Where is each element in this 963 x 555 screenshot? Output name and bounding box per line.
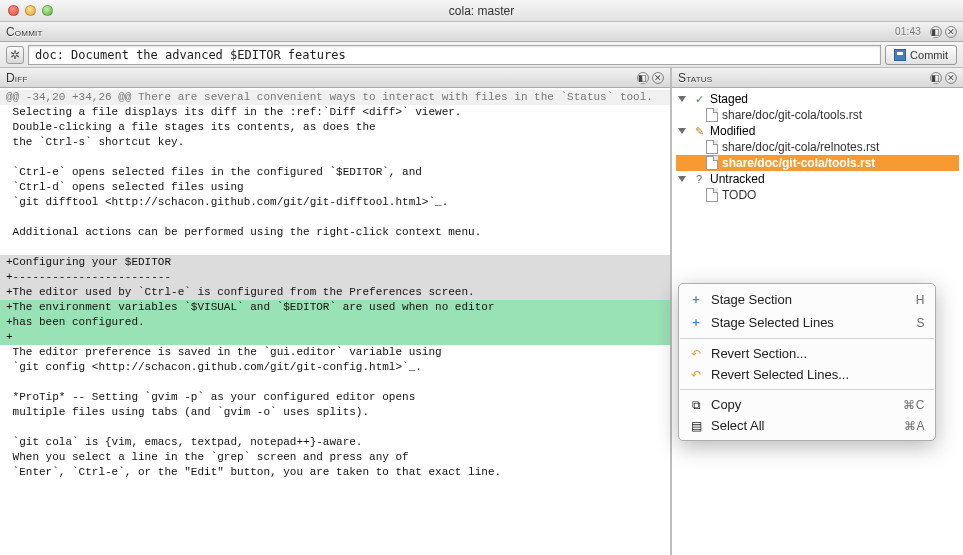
modified-icon: ✎ bbox=[692, 124, 706, 138]
status-item[interactable]: share/doc/git-cola/relnotes.rst bbox=[676, 139, 959, 155]
chevron-down-icon bbox=[678, 96, 686, 102]
commit-bar: ✲ Commit bbox=[0, 42, 963, 68]
diff-line[interactable]: `git config <http://schacon.github.com/g… bbox=[0, 360, 670, 375]
file-icon bbox=[706, 188, 718, 202]
detach-icon[interactable]: ◧ bbox=[930, 72, 942, 84]
diff-line[interactable] bbox=[0, 210, 670, 225]
menu-item-shortcut: ⌘C bbox=[903, 398, 925, 412]
status-group-label: Modified bbox=[710, 124, 755, 138]
menu-item-label: Stage Selected Lines bbox=[711, 315, 908, 330]
diff-line[interactable]: +The environment variables `$VISUAL` and… bbox=[0, 300, 670, 315]
diff-line[interactable] bbox=[0, 240, 670, 255]
status-header-label: Status bbox=[678, 71, 712, 85]
menu-item[interactable]: ⧉Copy⌘C bbox=[679, 394, 935, 415]
diff-line[interactable]: The editor preference is saved in the `g… bbox=[0, 345, 670, 360]
diff-line[interactable] bbox=[0, 150, 670, 165]
diff-line[interactable]: + bbox=[0, 330, 670, 345]
diff-line[interactable]: +has been configured. bbox=[0, 315, 670, 330]
save-icon bbox=[894, 49, 906, 61]
diff-line[interactable]: Additional actions can be performed usin… bbox=[0, 225, 670, 240]
staged-icon: ✓ bbox=[692, 92, 706, 106]
menu-item[interactable]: ＋Stage Selected LinesS bbox=[679, 311, 935, 334]
status-item[interactable]: share/doc/git-cola/tools.rst bbox=[676, 107, 959, 123]
menu-item-shortcut: H bbox=[916, 293, 925, 307]
menu-item-shortcut: S bbox=[916, 316, 925, 330]
chevron-down-icon bbox=[678, 128, 686, 134]
status-group-label: Staged bbox=[710, 92, 748, 106]
status-header: Status ◧ ✕ bbox=[672, 68, 963, 88]
menu-separator bbox=[680, 389, 934, 390]
diff-line[interactable]: *ProTip* -- Setting `gvim -p` as your co… bbox=[0, 390, 670, 405]
close-panel-icon[interactable]: ✕ bbox=[652, 72, 664, 84]
window-title: cola: master bbox=[0, 4, 963, 18]
status-item-path: TODO bbox=[722, 188, 756, 202]
commit-button[interactable]: Commit bbox=[885, 45, 957, 65]
detach-icon[interactable]: ◧ bbox=[930, 26, 942, 38]
file-icon bbox=[706, 156, 718, 170]
diff-line[interactable]: `Enter`, `Ctrl-e`, or the "Edit" button,… bbox=[0, 465, 670, 480]
status-group-modified[interactable]: ✎Modified bbox=[676, 123, 959, 139]
menu-item[interactable]: ＋Stage SectionH bbox=[679, 288, 935, 311]
diff-line[interactable]: `git difftool <http://schacon.github.com… bbox=[0, 195, 670, 210]
commit-message-input[interactable] bbox=[28, 45, 881, 65]
undo-icon: ↶ bbox=[689, 347, 703, 361]
plus-icon: ＋ bbox=[689, 314, 703, 331]
diff-line[interactable]: Selecting a file displays its diff in th… bbox=[0, 105, 670, 120]
menu-item[interactable]: ↶Revert Section... bbox=[679, 343, 935, 364]
diff-line[interactable]: +Configuring your $EDITOR bbox=[0, 255, 670, 270]
diff-line[interactable]: Double-clicking a file stages its conten… bbox=[0, 120, 670, 135]
status-item-path: share/doc/git-cola/tools.rst bbox=[722, 108, 862, 122]
titlebar: cola: master bbox=[0, 0, 963, 22]
diff-view[interactable]: @@ -34,20 +34,26 @@ There are several co… bbox=[0, 88, 670, 555]
status-group-label: Untracked bbox=[710, 172, 765, 186]
commit-time: 01:43 bbox=[895, 26, 921, 37]
diff-line[interactable]: the `Ctrl-s` shortcut key. bbox=[0, 135, 670, 150]
close-panel-icon[interactable]: ✕ bbox=[945, 72, 957, 84]
file-icon bbox=[706, 108, 718, 122]
context-menu: ＋Stage SectionH＋Stage Selected LinesS↶Re… bbox=[678, 283, 936, 441]
menu-item-shortcut: ⌘A bbox=[904, 419, 925, 433]
diff-line[interactable]: `Ctrl-e` opens selected files in the con… bbox=[0, 165, 670, 180]
status-item-path: share/doc/git-cola/tools.rst bbox=[722, 156, 875, 170]
menu-item[interactable]: ↶Revert Selected Lines... bbox=[679, 364, 935, 385]
status-item-path: share/doc/git-cola/relnotes.rst bbox=[722, 140, 879, 154]
detach-icon[interactable]: ◧ bbox=[637, 72, 649, 84]
commit-button-label: Commit bbox=[910, 49, 948, 61]
diff-line[interactable]: multiple files using tabs (and `gvim -o`… bbox=[0, 405, 670, 420]
menu-item-label: Copy bbox=[711, 397, 895, 412]
undo-icon: ↶ bbox=[689, 368, 703, 382]
diff-line[interactable]: `git cola` is {vim, emacs, textpad, note… bbox=[0, 435, 670, 450]
commit-header: Commit 01:43 ◧ ✕ bbox=[0, 22, 963, 42]
diff-header: Diff ◧ ✕ bbox=[0, 68, 670, 88]
diff-panel: Diff ◧ ✕ @@ -34,20 +34,26 @@ There are s… bbox=[0, 68, 672, 555]
menu-item-label: Stage Section bbox=[711, 292, 908, 307]
diff-line[interactable]: When you select a line in the `grep` scr… bbox=[0, 450, 670, 465]
status-item[interactable]: share/doc/git-cola/tools.rst bbox=[676, 155, 959, 171]
status-item[interactable]: TODO bbox=[676, 187, 959, 203]
diff-line[interactable] bbox=[0, 420, 670, 435]
diff-line[interactable]: @@ -34,20 +34,26 @@ There are several co… bbox=[0, 90, 670, 105]
close-panel-icon[interactable]: ✕ bbox=[945, 26, 957, 38]
menu-separator bbox=[680, 338, 934, 339]
menu-item[interactable]: ▤Select All⌘A bbox=[679, 415, 935, 436]
commit-header-label: Commit bbox=[6, 25, 43, 39]
diff-header-label: Diff bbox=[6, 71, 27, 85]
diff-line[interactable] bbox=[0, 375, 670, 390]
diff-line[interactable]: +------------------------ bbox=[0, 270, 670, 285]
menu-item-label: Revert Section... bbox=[711, 346, 917, 361]
copy-icon: ⧉ bbox=[689, 398, 703, 412]
status-group-untracked[interactable]: ?Untracked bbox=[676, 171, 959, 187]
diff-line[interactable]: +The editor used by `Ctrl-e` is configur… bbox=[0, 285, 670, 300]
untracked-icon: ? bbox=[692, 172, 706, 186]
gear-icon[interactable]: ✲ bbox=[6, 46, 24, 64]
selectall-icon: ▤ bbox=[689, 419, 703, 433]
plus-icon: ＋ bbox=[689, 291, 703, 308]
status-group-staged[interactable]: ✓Staged bbox=[676, 91, 959, 107]
menu-item-label: Select All bbox=[711, 418, 896, 433]
diff-line[interactable]: `Ctrl-d` opens selected files using bbox=[0, 180, 670, 195]
chevron-down-icon bbox=[678, 176, 686, 182]
file-icon bbox=[706, 140, 718, 154]
menu-item-label: Revert Selected Lines... bbox=[711, 367, 917, 382]
